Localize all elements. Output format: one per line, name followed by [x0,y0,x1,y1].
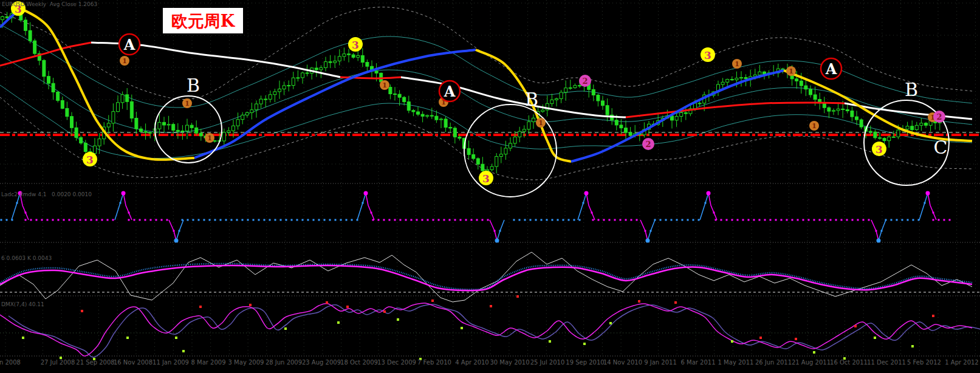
sell-dot [674,301,677,304]
buy-dot [911,345,914,347]
x-axis-label: 5 Feb 2012 [907,359,941,366]
sell-dot [81,310,83,312]
buy-dot [583,343,586,345]
svg-text:A: A [123,36,135,53]
sell-dot [638,300,640,303]
svg-text:3: 3 [704,49,711,61]
x-axis-label: 3 May 2009 [228,359,264,366]
buy-dot [874,337,876,339]
spike-up-fall [586,193,595,220]
stoch-panel [0,295,980,360]
annotation-box: 欧元周K [163,8,243,33]
buy-dot [397,318,399,321]
x-axis-label: 26 Jun 2011 [755,359,792,366]
spike-down-fall [640,220,648,241]
buy-dot [337,321,340,324]
x-axis-label: 8 Mar 2009 [191,359,225,366]
buy-dot [126,337,129,339]
oscillator-indicator-label: 6 0.0603 K 0.0043 [1,255,52,261]
svg-text:1: 1 [812,122,817,130]
chart-canvas[interactable]: BBBC3333331111111111222AAA1 Jun 200827 J… [0,0,980,373]
svg-text:A: A [825,60,837,78]
sell-dot [795,338,797,340]
wave-letter-C: C [934,137,948,158]
sell-dot [759,337,762,339]
signal-indicator-label: Ladc2.4mdw 4.1 0.0020 0.0010 [1,191,92,197]
x-axis-label: 16 Oct 2011 [830,359,868,366]
horizontal-levels [0,132,980,135]
sell-dot [249,304,252,306]
spike-up-fall [928,193,936,220]
sell-dot [199,306,202,308]
x-axis: 1 Jun 200827 Jul 200821 Sep 200816 Nov 2… [0,359,979,366]
buy-dot [284,327,287,330]
x-axis-label: 1 Jun 2008 [0,359,21,366]
annotation-text: 欧元周K [171,13,235,29]
spike-down-fall [169,220,176,241]
svg-text:1: 1 [735,60,739,68]
spike-up-fall [366,193,374,220]
spike-up-rise [578,193,586,220]
spike-up-fall [123,193,132,220]
x-axis-label: 21 Aug 2011 [792,359,831,366]
x-axis-label: 6 Mar 2011 [680,359,715,366]
x-axis-label: 28 Jun 2009 [266,359,302,366]
x-axis-label: 11 Dec 2011 [867,359,906,366]
buy-dot [182,350,185,352]
x-axis-label: 4 Apr 2010 [455,359,488,366]
x-axis-label: 18 Oct 2009 [340,359,378,366]
spike-up-rise [115,193,123,220]
svg-text:1: 1 [122,57,127,65]
sell-dot [326,301,328,304]
svg-text:3: 3 [86,154,94,166]
svg-text:A: A [444,83,456,100]
svg-text:2: 2 [645,140,651,149]
spike-up-rise [919,193,928,220]
trading-chart-window: BBBC3333331111111111222AAA1 Jun 200827 J… [0,0,980,373]
x-axis-label: 1 May 2011 [718,359,754,366]
svg-text:1: 1 [382,81,387,89]
wave-letter-B: B [525,89,538,110]
sell-dot [346,306,349,308]
sell-dot [490,305,492,307]
x-axis-label: 25 Jul 2010 [530,359,565,366]
wave-letter-B: B [905,79,918,100]
stoch-lag [9,304,980,357]
svg-text:3: 3 [482,173,490,185]
spike-down-fall [871,220,879,241]
x-axis-label: 14 Nov 2010 [603,359,642,366]
x-axis-label: 1 Apr 2012 [945,359,978,366]
sell-dot [932,315,934,317]
sell-dot [516,295,519,298]
buy-dot [22,337,24,339]
buy-dot [175,337,177,339]
x-axis-label: 9 Jan 2011 [644,359,677,366]
svg-text:1: 1 [538,119,543,127]
svg-text:1: 1 [789,67,793,75]
spike-up-fall [708,193,717,220]
x-axis-label: 21 Sep 2008 [76,359,114,366]
x-axis-label: 19 Sep 2010 [566,359,604,366]
sell-dot [383,310,386,313]
buy-dot [461,327,463,329]
signal-panel [1,191,951,243]
symbol-header: EURUSD,Weekly Avg Close 1.2063 [2,1,97,7]
svg-text:3: 3 [352,39,359,51]
svg-text:1: 1 [207,134,212,142]
x-axis-label: 13 Dec 2009 [377,359,416,366]
buy-dot [609,322,612,324]
buy-dot [813,351,815,354]
svg-text:2: 2 [582,77,588,86]
spike-up-rise [700,193,708,220]
svg-text:3: 3 [875,143,883,156]
x-axis-label: 16 Nov 2008 [114,359,152,366]
x-axis-label: 27 Jul 2008 [41,359,75,366]
macd-panel [0,252,980,302]
svg-text:2: 2 [936,112,942,121]
sell-dot [854,325,857,327]
sell-dot [431,299,434,302]
stochastic-indicator-label: DMX(7,4) 40.11 [1,301,44,307]
x-axis-label: 23 Aug 2009 [302,359,341,366]
osc-magenta [0,265,972,290]
buy-dot [731,340,733,343]
